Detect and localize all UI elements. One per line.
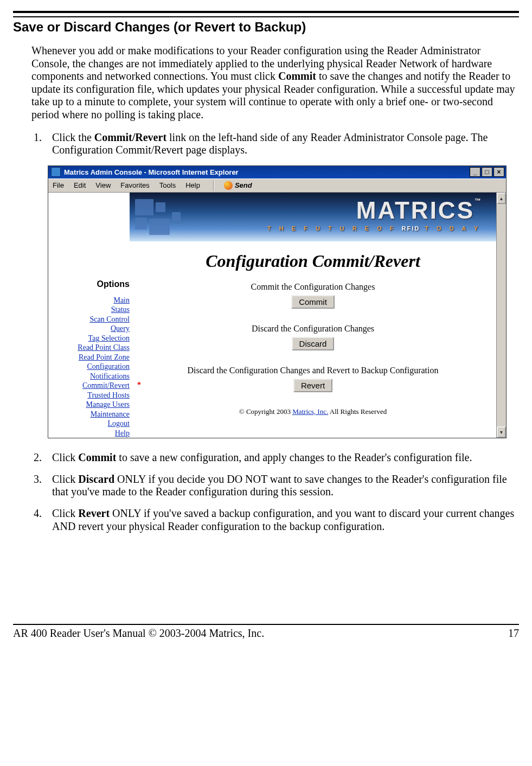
sidebar-item-trusted-hosts[interactable]: Trusted Hosts	[48, 391, 130, 400]
step2-pre: Click	[52, 451, 78, 463]
tagline-pre: T H E F U T U R E O F	[267, 225, 402, 232]
sidebar-item-scan-control[interactable]: Scan Control	[48, 315, 130, 324]
menu-file[interactable]: File	[53, 181, 64, 189]
brand-tm: ™	[475, 197, 481, 205]
step3-post: ONLY if you decide you DO NOT want to sa…	[52, 473, 507, 498]
step3-bold: Discard	[78, 473, 114, 485]
menu-edit[interactable]: Edit	[74, 181, 86, 189]
step4-pre: Click	[52, 507, 78, 519]
step3-pre: Click	[52, 473, 78, 485]
copyright: © Copyright 2003 Matrics, Inc. All Right…	[130, 407, 496, 416]
copyright-pre: © Copyright 2003	[239, 407, 292, 416]
footer-page: 17	[508, 627, 519, 640]
discard-button[interactable]: Discard	[292, 337, 335, 350]
browser-content: Options Main Status Scan Control Query T…	[48, 193, 506, 438]
revert-button[interactable]: Revert	[293, 379, 332, 392]
sidebar-item-configuration[interactable]: Configuration	[48, 362, 130, 372]
minimize-button[interactable]: _	[470, 167, 480, 177]
step-3: Click Discard ONLY if you decide you DO …	[44, 473, 516, 499]
sidebar-item-commit-revert[interactable]: Commit/Revert	[48, 381, 130, 391]
section-top-rule-2	[13, 16, 519, 17]
sidebar: Options Main Status Scan Control Query T…	[48, 193, 130, 438]
menu-view[interactable]: View	[95, 181, 111, 189]
window-titlebar[interactable]: Matrics Admin Console - Microsoft Intern…	[48, 166, 506, 178]
scroll-up-button[interactable]: ▴	[497, 193, 506, 204]
copyright-post: All Rights Reserved	[328, 407, 387, 416]
ie-icon	[51, 167, 61, 177]
sidebar-item-read-point-zone[interactable]: Read Point Zone	[48, 353, 130, 362]
step-4: Click Revert ONLY if you've saved a back…	[44, 507, 516, 533]
commit-block: Commit the Configuration Changes Commit	[130, 282, 496, 309]
brand-name: MATRICS	[356, 197, 475, 224]
send-button[interactable]: Send	[224, 181, 252, 190]
page-footer: AR 400 Reader User's Manual © 2003-2004 …	[13, 624, 519, 643]
intro-commit: Commit	[278, 70, 316, 82]
sidebar-item-query[interactable]: Query	[48, 324, 130, 334]
brand-tagline: T H E F U T U R E O F RFID T O D A Y	[267, 225, 481, 232]
window-title: Matrics Admin Console - Microsoft Intern…	[64, 168, 470, 176]
menu-divider	[213, 180, 214, 191]
footer-rule	[13, 624, 519, 625]
sidebar-item-read-point-class[interactable]: Read Point Class	[48, 343, 130, 353]
sidebar-options-header: Options	[48, 279, 130, 289]
screenshot-figure: Matrics Admin Console - Microsoft Intern…	[48, 165, 507, 439]
commit-button[interactable]: Commit	[291, 295, 335, 309]
sidebar-item-status[interactable]: Status	[48, 305, 130, 315]
revert-label: Discard the Configuration Changes and Re…	[130, 366, 496, 375]
close-button[interactable]: ×	[493, 167, 504, 177]
discard-block: Discard the Configuration Changes Discar…	[130, 324, 496, 350]
copyright-link[interactable]: Matrics, Inc.	[292, 407, 328, 416]
send-label: Send	[235, 181, 252, 189]
intro-paragraph: Whenever you add or make modifications t…	[31, 44, 516, 122]
step1-bold: Commit/Revert	[94, 131, 166, 143]
sidebar-item-notifications[interactable]: Notifications	[48, 372, 130, 381]
revert-block: Discard the Configuration Changes and Re…	[130, 366, 496, 392]
step2-bold: Commit	[78, 451, 116, 463]
sidebar-item-logout[interactable]: Logout	[48, 419, 130, 429]
sidebar-item-main[interactable]: Main	[48, 296, 130, 305]
tagline-post: T O D A Y	[420, 225, 481, 232]
menu-favorites[interactable]: Favorites	[120, 181, 149, 189]
send-icon	[224, 181, 233, 190]
section-title: Save or Discard Changes (or Revert to Ba…	[13, 20, 519, 35]
menu-help[interactable]: Help	[185, 181, 200, 189]
step-1: Click the Commit/Revert link on the left…	[44, 131, 516, 157]
maximize-button[interactable]: □	[482, 167, 492, 177]
page-title: Configuration Commit/Revert	[130, 251, 496, 271]
vertical-scrollbar[interactable]: ▴ ▾	[496, 193, 506, 438]
sidebar-item-maintenance[interactable]: Maintenance	[48, 410, 130, 419]
discard-label: Discard the Configuration Changes	[130, 324, 496, 334]
sidebar-item-manage-users[interactable]: Manage Users	[48, 400, 130, 410]
main-area: MATRICS™ T H E F U T U R E O F RFID T O …	[130, 193, 496, 438]
banner-graphic	[133, 197, 220, 236]
step4-post: ONLY if you've saved a backup configurat…	[52, 507, 514, 532]
window-menubar: File Edit View Favorites Tools Help Send	[48, 178, 506, 193]
menu-tools[interactable]: Tools	[159, 181, 176, 189]
step2-post: to save a new configuration, and apply c…	[116, 451, 472, 463]
section-top-rule-1	[13, 11, 519, 13]
footer-left: AR 400 Reader User's Manual © 2003-2004 …	[13, 627, 264, 640]
sidebar-item-tag-selection[interactable]: Tag Selection	[48, 334, 130, 343]
commit-label: Commit the Configuration Changes	[130, 282, 496, 292]
banner: MATRICS™ T H E F U T U R E O F RFID T O …	[130, 193, 496, 241]
scroll-down-button[interactable]: ▾	[497, 426, 506, 438]
step1-pre: Click the	[52, 131, 94, 143]
tagline-bold: RFID	[402, 225, 420, 232]
sidebar-item-help[interactable]: Help	[48, 429, 130, 438]
step-2: Click Commit to save a new configuration…	[44, 451, 516, 464]
step4-bold: Revert	[78, 507, 110, 519]
